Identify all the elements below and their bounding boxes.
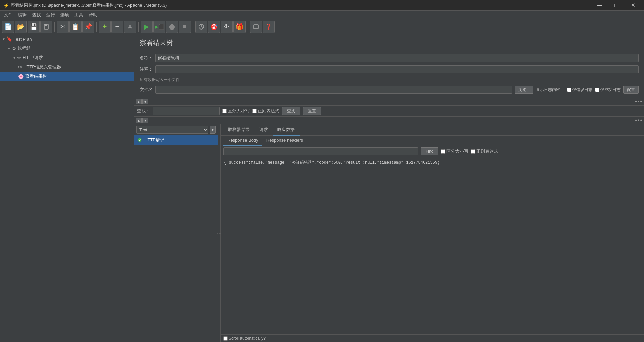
scroll-auto-checkbox[interactable] [223, 336, 228, 341]
format-select[interactable]: Text HTML JSON XML Regexp Tester [136, 126, 208, 134]
filename-label: 文件名 [140, 87, 153, 93]
paste-button[interactable]: 📌 [82, 21, 94, 33]
case-sensitive-checkbox[interactable] [222, 109, 227, 113]
reset-button[interactable]: 重置 [303, 107, 321, 115]
format-expand-btn[interactable]: ▼ [210, 126, 216, 134]
log-label: 显示日志内容： [536, 87, 564, 93]
template-button[interactable]: 🎁 [233, 21, 246, 33]
find-button-2[interactable]: Find [421, 147, 438, 155]
tree-panel: Text HTML JSON XML Regexp Tester ▼ [134, 124, 218, 342]
regex-checkbox[interactable] [252, 109, 257, 113]
case-sensitive-2-checkbox[interactable] [441, 149, 445, 154]
menu-run[interactable]: 运行 [44, 11, 58, 19]
stop-button[interactable]: ⬤ [166, 21, 178, 33]
split-up-btn-2[interactable]: ▲ [136, 118, 142, 123]
save-button[interactable] [40, 21, 52, 33]
regex-2-label[interactable]: 正则表达式 [471, 148, 498, 154]
tab-response-data[interactable]: 响应数据 [273, 124, 300, 136]
remove-button[interactable]: − [111, 21, 123, 33]
only-error-checkbox-label[interactable]: 仅错误日志 [567, 87, 592, 93]
toolbar-sep-5 [248, 22, 248, 32]
sub-tabs-row: Response Body Response headers [221, 136, 644, 146]
response-body-content: {"success":false,"message":"验证码错误","code… [221, 157, 644, 334]
sidebar-item-test-plan[interactable]: ▼ 🔖 Test Plan [0, 34, 134, 44]
file-section-note: 所有数据写入一个文件 [140, 76, 639, 84]
only-error-checkbox[interactable] [567, 88, 571, 92]
sidebar-item-thread-group[interactable]: ▼ ⚙ 线程组 [0, 44, 134, 53]
tab-sampler-result[interactable]: 取样器结果 [223, 124, 255, 136]
menu-tools[interactable]: 工具 [72, 11, 86, 19]
split-up-btn-1[interactable]: ▲ [136, 99, 142, 104]
log-options: 显示日志内容： 仅错误日志 仅成功日志 配置 [536, 86, 639, 94]
start-no-pause-button[interactable]: ▶⬛ [153, 21, 165, 33]
tab-request[interactable]: 请求 [255, 124, 273, 136]
find-button[interactable]: 查找 [282, 107, 300, 115]
help-button[interactable]: ❓ [263, 21, 275, 33]
request-item-label: HTTP请求 [144, 137, 164, 143]
panel-title: 察看结果树 [134, 34, 644, 50]
menu-options[interactable]: 选项 [58, 11, 72, 19]
start-button[interactable]: ▶ [141, 21, 153, 33]
case-sensitive-label[interactable]: 区分大小写 [222, 108, 250, 114]
scroll-auto-label[interactable]: Scroll automatically? [223, 336, 266, 341]
svg-rect-4 [254, 25, 258, 29]
search-input[interactable] [153, 107, 220, 115]
shutdown-button[interactable]: ⏹ [179, 21, 191, 33]
log-viewer-button[interactable] [250, 21, 262, 33]
copy-button[interactable]: 📋 [69, 21, 82, 33]
regex-label[interactable]: 正则表达式 [252, 108, 279, 114]
response-search-row: Find 区分大小写 正则表达式 [221, 146, 644, 157]
remote-button[interactable]: 👁 [221, 21, 233, 33]
sidebar-item-http-request[interactable]: ▼ ✏ HTTP请求 [0, 53, 134, 62]
only-success-checkbox[interactable] [595, 88, 599, 92]
regex-2-checkbox[interactable] [471, 149, 475, 154]
menu-help[interactable]: 帮助 [86, 11, 100, 19]
name-label: 名称： [140, 55, 153, 61]
split-down-btn-2[interactable]: ▼ [142, 118, 148, 123]
response-panel: 取样器结果 请求 响应数据 Response Body Response hea… [221, 124, 644, 342]
split-down-btn-1[interactable]: ▼ [142, 99, 148, 104]
case-sensitive-2-label[interactable]: 区分大小写 [441, 148, 468, 154]
cut-button[interactable]: ✂ [57, 21, 69, 33]
clear-button[interactable] [124, 21, 136, 33]
name-row: 名称： [140, 53, 639, 63]
request-list: HTTP请求 [134, 135, 218, 342]
new-button[interactable]: 📄 [2, 21, 14, 33]
browse-button[interactable]: 浏览... [515, 86, 533, 94]
app-icon: ⚡ [3, 3, 9, 8]
sub-tab-response-headers[interactable]: Response headers [262, 136, 307, 146]
menu-edit[interactable]: 编辑 [15, 11, 30, 19]
v-drag-handle[interactable]: ⋮ [218, 124, 221, 342]
toolbar-sep-2 [96, 22, 97, 32]
comment-input[interactable] [155, 65, 639, 73]
toolbar-sep-4 [193, 22, 193, 32]
menu-file[interactable]: 文件 [1, 11, 15, 19]
dots-menu-1[interactable]: ••• [635, 99, 643, 105]
maximize-button[interactable]: □ [608, 0, 624, 11]
name-input[interactable] [155, 54, 639, 62]
toolbar: 📄 📂 💾 ✂ 📋 📌 + − ▶ ▶⬛ ⬤ ⏹ 🎯 👁 🎁 [0, 19, 644, 34]
build-button[interactable] [195, 21, 207, 33]
main-tabs-row: 取样器结果 请求 响应数据 [221, 124, 644, 136]
toolbar-sep-1 [54, 22, 55, 32]
minimize-button[interactable]: — [592, 0, 607, 11]
close-button[interactable]: ✕ [625, 0, 641, 11]
dots-menu-2[interactable]: ••• [635, 117, 643, 123]
open-button[interactable]: 📂 [15, 21, 27, 33]
targets-button[interactable]: 🎯 [208, 21, 220, 33]
title-controls: — □ ✕ [592, 0, 641, 11]
response-search-input[interactable] [223, 147, 418, 155]
config-button[interactable]: 配置 [623, 86, 639, 94]
main-layout: ▼ 🔖 Test Plan ▼ ⚙ 线程组 ▼ ✏ HTTP请求 ✂ HTTP信… [0, 34, 644, 342]
only-success-checkbox-label[interactable]: 仅成功日志 [595, 87, 621, 93]
sidebar-item-http-header-manager[interactable]: ✂ HTTP信息头管理器 [0, 62, 134, 72]
add-button[interactable]: + [99, 21, 111, 33]
title-bar: ⚡ 察看结果树.jmx (D:\apache-jmeter-5.3\bin\察看… [0, 0, 644, 11]
comment-row: 注释： [140, 64, 639, 74]
save-as-button[interactable]: 💾 [28, 21, 40, 33]
request-item-http[interactable]: HTTP请求 [134, 135, 218, 145]
sidebar-item-view-results-tree[interactable]: 🌸 察看结果树 [0, 72, 134, 81]
menu-find[interactable]: 查找 [30, 11, 44, 19]
sub-tab-response-body[interactable]: Response Body [223, 136, 262, 146]
filename-input[interactable] [155, 86, 512, 94]
